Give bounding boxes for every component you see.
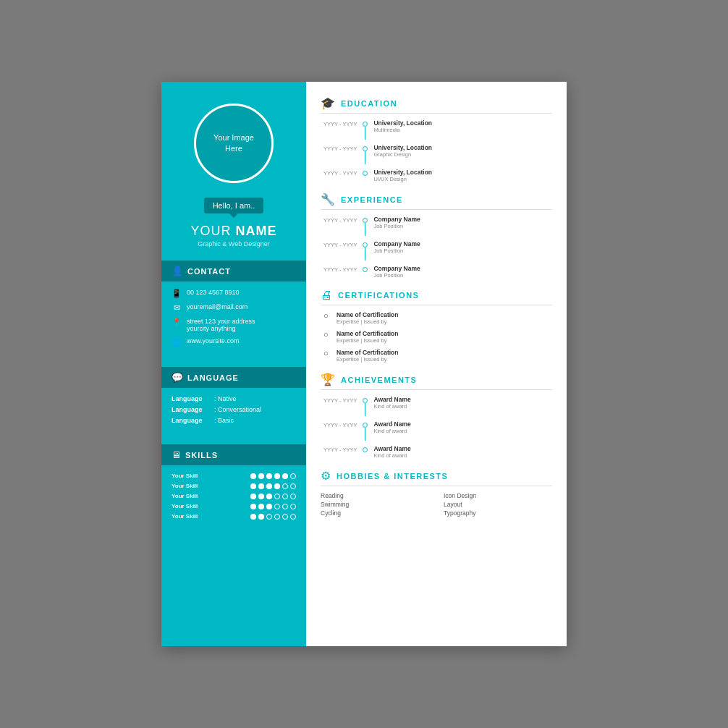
web-icon: 🌐 <box>172 337 182 347</box>
achievements-icon: 🏆 <box>321 373 335 386</box>
language-header: 💬 LANGUAGE <box>161 367 306 388</box>
hobbies-header: ⚙ HOBBIES & INTERESTS <box>321 469 552 483</box>
skill-row-1: Your Skill <box>172 473 296 479</box>
experience-divider <box>321 209 552 210</box>
cert-item-2: ○ Name of Certification Expertise | Issu… <box>323 330 552 344</box>
hobbies-icon: ⚙ <box>321 469 331 483</box>
skills-label: SKILLS <box>185 451 218 460</box>
skills-header: 🖥 SKILLS <box>161 444 306 465</box>
location-icon: 📍 <box>172 318 182 327</box>
hobby-2: Swimming <box>321 501 429 508</box>
certifications-section: 🖨 CERTIFICATIONS ○ Name of Certification… <box>321 289 552 363</box>
experience-items: YYYY - YYYY Company Name Job Position YY… <box>321 216 552 279</box>
education-title: EDUCATION <box>341 99 397 108</box>
cert-item-3: ○ Name of Certification Expertise | Issu… <box>323 349 552 363</box>
hobby-3: Cycling <box>321 509 429 517</box>
certifications-divider <box>321 305 552 305</box>
language-label: LANGUAGE <box>187 373 239 382</box>
skill-row-3: Your Skill <box>172 493 296 499</box>
certifications-header: 🖨 CERTIFICATIONS <box>321 289 552 302</box>
lang-item-3: Language : Basic <box>172 417 296 424</box>
skills-items: Your Skill Your Skill Your Skill Your Sk… <box>161 465 306 527</box>
contact-label: CONTACT <box>187 267 231 276</box>
lang-item-2: Language : Conversational <box>172 406 296 413</box>
hobby-1: Reading <box>321 492 429 499</box>
language-items: Language : Native Language : Conversatio… <box>161 388 306 431</box>
contact-website: 🌐 www.yoursite.com <box>172 337 296 347</box>
name-area: YOUR NAME Graphic & Web Designer <box>190 224 276 247</box>
hobby-4: Icon Design <box>444 492 552 499</box>
skill-row-4: Your Skill <box>172 503 296 509</box>
skill-row-5: Your Skill <box>172 513 296 520</box>
hobbies-section: ⚙ HOBBIES & INTERESTS Reading Icon Desig… <box>321 469 552 517</box>
skills-icon: 🖥 <box>172 449 181 460</box>
achievements-title: ACHIEVEMENTS <box>341 376 417 384</box>
hobby-5: Layout <box>444 501 552 508</box>
contact-header: 👤 CONTACT <box>161 261 306 282</box>
resume: Your Image Here Hello, I am.. YOUR NAME … <box>161 82 567 646</box>
name-display: YOUR NAME <box>190 224 276 239</box>
education-section: 🎓 EDUCATION YYYY - YYYY University, Loca… <box>321 96 552 182</box>
cert-item-1: ○ Name of Certification Expertise | Issu… <box>323 311 552 325</box>
name-first: YOUR <box>190 224 235 238</box>
name-subtitle: Graphic & Web Designer <box>190 240 276 247</box>
skill-dots-2 <box>250 483 296 489</box>
contact-address: 📍 street 123 your addressyourcity anythi… <box>172 318 296 332</box>
photo-area: Your Image Here <box>194 103 274 183</box>
education-divider <box>321 113 552 114</box>
skill-row-2: Your Skill <box>172 483 296 489</box>
edu-item-2: YYYY - YYYY University, Location Graphic… <box>323 144 552 164</box>
ach-item-2: YYYY - YYYY Award Name Kind of award <box>323 420 552 441</box>
experience-header: 🔧 EXPERIENCE <box>321 192 552 206</box>
ach-item-1: YYYY - YYYY Award Name Kind of award <box>323 396 552 416</box>
achievements-divider <box>321 389 552 390</box>
achievements-items: YYYY - YYYY Award Name Kind of award YYY… <box>321 396 552 459</box>
photo-text: Your Image Here <box>213 132 254 155</box>
email-icon: ✉ <box>172 303 182 313</box>
hobbies-title: HOBBIES & INTERESTS <box>337 472 448 481</box>
exp-item-3: YYYY - YYYY Company Name Job Position <box>323 265 552 279</box>
contact-items: 📱 00 123 4567 8910 ✉ youremail@mail.com … <box>161 282 306 354</box>
phone-icon: 📱 <box>172 289 182 298</box>
skill-dots-3 <box>250 494 296 499</box>
hobbies-divider <box>321 486 552 486</box>
right-column: 🎓 EDUCATION YYYY - YYYY University, Loca… <box>306 82 567 646</box>
skill-dots-1 <box>250 473 296 479</box>
edu-item-3: YYYY - YYYY University, Location UI/UX D… <box>323 169 552 182</box>
cert-items: ○ Name of Certification Expertise | Issu… <box>321 311 552 363</box>
achievements-section: 🏆 ACHIEVEMENTS YYYY - YYYY Award Name Ki… <box>321 373 552 459</box>
skill-dots-4 <box>250 504 296 509</box>
education-items: YYYY - YYYY University, Location Multime… <box>321 119 552 182</box>
lang-item-1: Language : Native <box>172 395 296 402</box>
achievements-header: 🏆 ACHIEVEMENTS <box>321 373 552 386</box>
exp-item-1: YYYY - YYYY Company Name Job Position <box>323 216 552 236</box>
education-icon: 🎓 <box>321 96 335 110</box>
experience-title: EXPERIENCE <box>341 195 403 204</box>
hobby-6: Typography <box>444 509 552 517</box>
certifications-title: CERTIFICATIONS <box>338 291 419 300</box>
exp-item-2: YYYY - YYYY Company Name Job Position <box>323 240 552 261</box>
name-last: NAME <box>236 224 277 238</box>
left-column: Your Image Here Hello, I am.. YOUR NAME … <box>161 82 306 646</box>
contact-email: ✉ youremail@mail.com <box>172 303 296 313</box>
experience-section: 🔧 EXPERIENCE YYYY - YYYY Company Name Jo… <box>321 192 552 279</box>
contact-phone: 📱 00 123 4567 8910 <box>172 289 296 298</box>
certifications-icon: 🖨 <box>321 289 332 302</box>
education-header: 🎓 EDUCATION <box>321 96 552 110</box>
language-icon: 💬 <box>172 372 183 383</box>
skill-dots-5 <box>250 514 296 520</box>
hobbies-items: Reading Icon Design Swimming Layout Cycl… <box>321 492 552 517</box>
ach-item-3: YYYY - YYYY Award Name Kind of award <box>323 445 552 459</box>
contact-icon: 👤 <box>172 266 183 276</box>
hello-bubble: Hello, I am.. <box>204 198 264 213</box>
experience-icon: 🔧 <box>321 192 335 206</box>
edu-item-1: YYYY - YYYY University, Location Multime… <box>323 119 552 140</box>
